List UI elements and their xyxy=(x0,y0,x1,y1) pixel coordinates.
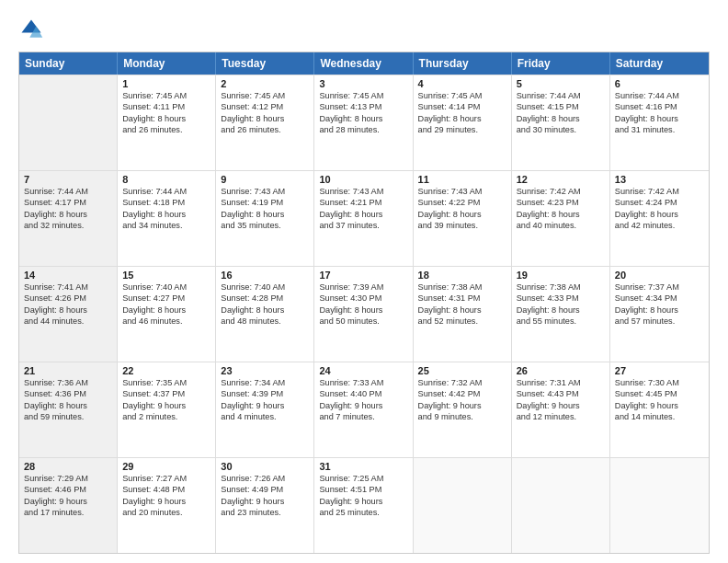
calendar-row-4: 21Sunrise: 7:36 AMSunset: 4:36 PMDayligh… xyxy=(19,362,709,457)
sunrise-text: Sunrise: 7:27 AM xyxy=(122,473,210,484)
calendar-cell: 28Sunrise: 7:29 AMSunset: 4:46 PMDayligh… xyxy=(19,458,118,553)
daylight-text: Daylight: 9 hours xyxy=(122,496,210,507)
day-number: 17 xyxy=(319,270,407,281)
sunrise-text: Sunrise: 7:35 AM xyxy=(122,377,210,388)
daylight-minutes: and 17 minutes. xyxy=(24,507,112,518)
sunset-text: Sunset: 4:14 PM xyxy=(418,101,506,112)
day-header-wednesday: Wednesday xyxy=(314,52,413,75)
sunset-text: Sunset: 4:23 PM xyxy=(517,197,605,208)
logo xyxy=(18,17,48,42)
day-number: 3 xyxy=(319,78,407,89)
logo-icon xyxy=(18,17,44,42)
day-number: 26 xyxy=(517,365,605,376)
day-number: 24 xyxy=(319,365,407,376)
sunset-text: Sunset: 4:43 PM xyxy=(517,388,605,399)
calendar-cell xyxy=(414,458,512,553)
day-number: 30 xyxy=(221,461,309,472)
calendar-cell: 14Sunrise: 7:41 AMSunset: 4:26 PMDayligh… xyxy=(19,267,118,362)
calendar: SundayMondayTuesdayWednesdayThursdayFrid… xyxy=(18,52,710,554)
sunrise-text: Sunrise: 7:38 AM xyxy=(418,282,506,293)
day-number: 19 xyxy=(517,270,605,281)
sunrise-text: Sunrise: 7:40 AM xyxy=(221,282,309,293)
day-number: 10 xyxy=(319,174,407,185)
daylight-minutes: and 25 minutes. xyxy=(319,507,407,518)
day-header-sunday: Sunday xyxy=(19,52,118,75)
calendar-cell: 4Sunrise: 7:45 AMSunset: 4:14 PMDaylight… xyxy=(414,75,512,170)
daylight-text: Daylight: 8 hours xyxy=(615,304,704,316)
sunset-text: Sunset: 4:40 PM xyxy=(319,388,407,399)
sunrise-text: Sunrise: 7:38 AM xyxy=(517,282,605,293)
calendar-cell: 27Sunrise: 7:30 AMSunset: 4:45 PMDayligh… xyxy=(610,362,709,457)
calendar-row-1: 1Sunrise: 7:45 AMSunset: 4:11 PMDaylight… xyxy=(19,75,709,170)
sunset-text: Sunset: 4:49 PM xyxy=(221,484,309,495)
sunset-text: Sunset: 4:48 PM xyxy=(122,484,210,495)
daylight-text: Daylight: 8 hours xyxy=(221,113,309,124)
sunrise-text: Sunrise: 7:26 AM xyxy=(221,473,309,484)
sunset-text: Sunset: 4:46 PM xyxy=(24,484,112,495)
calendar-cell: 30Sunrise: 7:26 AMSunset: 4:49 PMDayligh… xyxy=(216,458,314,553)
day-number: 15 xyxy=(122,270,210,281)
day-number: 2 xyxy=(221,78,309,89)
daylight-text: Daylight: 9 hours xyxy=(122,400,210,411)
calendar-cell: 6Sunrise: 7:44 AMSunset: 4:16 PMDaylight… xyxy=(610,75,709,170)
daylight-text: Daylight: 8 hours xyxy=(319,113,407,124)
daylight-text: Daylight: 9 hours xyxy=(24,496,112,507)
daylight-text: Daylight: 8 hours xyxy=(122,113,210,124)
daylight-text: Daylight: 8 hours xyxy=(418,113,506,124)
daylight-text: Daylight: 8 hours xyxy=(24,304,112,316)
calendar-cell: 12Sunrise: 7:42 AMSunset: 4:23 PMDayligh… xyxy=(512,171,610,266)
sunset-text: Sunset: 4:45 PM xyxy=(615,388,704,399)
daylight-minutes: and 59 minutes. xyxy=(24,411,112,422)
daylight-text: Daylight: 9 hours xyxy=(221,496,309,507)
day-number: 7 xyxy=(24,174,112,185)
sunrise-text: Sunrise: 7:45 AM xyxy=(122,90,210,101)
day-number: 22 xyxy=(122,365,210,376)
daylight-minutes: and 48 minutes. xyxy=(221,316,309,327)
calendar-cell: 2Sunrise: 7:45 AMSunset: 4:12 PMDaylight… xyxy=(216,75,314,170)
day-number: 20 xyxy=(615,270,704,281)
day-number: 8 xyxy=(122,174,210,185)
calendar-cell: 25Sunrise: 7:32 AMSunset: 4:42 PMDayligh… xyxy=(414,362,512,457)
calendar-cell: 11Sunrise: 7:43 AMSunset: 4:22 PMDayligh… xyxy=(414,171,512,266)
daylight-text: Daylight: 9 hours xyxy=(221,400,309,411)
daylight-minutes: and 44 minutes. xyxy=(24,316,112,327)
calendar-cell: 7Sunrise: 7:44 AMSunset: 4:17 PMDaylight… xyxy=(19,171,118,266)
daylight-text: Daylight: 8 hours xyxy=(319,209,407,220)
calendar-cell: 9Sunrise: 7:43 AMSunset: 4:19 PMDaylight… xyxy=(216,171,314,266)
calendar-row-2: 7Sunrise: 7:44 AMSunset: 4:17 PMDaylight… xyxy=(19,170,709,266)
daylight-minutes: and 46 minutes. xyxy=(122,316,210,327)
sunset-text: Sunset: 4:26 PM xyxy=(24,293,112,304)
daylight-text: Daylight: 8 hours xyxy=(615,113,704,124)
day-number: 27 xyxy=(615,365,704,376)
calendar-cell: 20Sunrise: 7:37 AMSunset: 4:34 PMDayligh… xyxy=(610,267,709,362)
sunset-text: Sunset: 4:51 PM xyxy=(319,484,407,495)
day-number: 5 xyxy=(517,78,605,89)
sunset-text: Sunset: 4:34 PM xyxy=(615,293,704,304)
sunrise-text: Sunrise: 7:34 AM xyxy=(221,377,309,388)
day-header-monday: Monday xyxy=(118,52,216,75)
daylight-minutes: and 14 minutes. xyxy=(615,411,704,422)
daylight-minutes: and 50 minutes. xyxy=(319,316,407,327)
day-number: 9 xyxy=(221,174,309,185)
daylight-text: Daylight: 8 hours xyxy=(122,209,210,220)
calendar-cell: 23Sunrise: 7:34 AMSunset: 4:39 PMDayligh… xyxy=(216,362,314,457)
sunset-text: Sunset: 4:12 PM xyxy=(221,101,309,112)
calendar-row-3: 14Sunrise: 7:41 AMSunset: 4:26 PMDayligh… xyxy=(19,266,709,362)
daylight-minutes: and 39 minutes. xyxy=(418,220,506,231)
daylight-text: Daylight: 8 hours xyxy=(517,209,605,220)
day-header-tuesday: Tuesday xyxy=(216,52,314,75)
sunrise-text: Sunrise: 7:25 AM xyxy=(319,473,407,484)
calendar-cell: 5Sunrise: 7:44 AMSunset: 4:15 PMDaylight… xyxy=(512,75,610,170)
day-number: 25 xyxy=(418,365,506,376)
day-number: 14 xyxy=(24,270,112,281)
sunrise-text: Sunrise: 7:45 AM xyxy=(221,90,309,101)
calendar-cell: 17Sunrise: 7:39 AMSunset: 4:30 PMDayligh… xyxy=(314,267,413,362)
sunrise-text: Sunrise: 7:41 AM xyxy=(24,282,112,293)
daylight-minutes: and 57 minutes. xyxy=(615,316,704,327)
daylight-text: Daylight: 9 hours xyxy=(319,400,407,411)
calendar-cell xyxy=(610,458,709,553)
sunrise-text: Sunrise: 7:44 AM xyxy=(615,90,704,101)
sunrise-text: Sunrise: 7:37 AM xyxy=(615,282,704,293)
sunset-text: Sunset: 4:17 PM xyxy=(24,197,112,208)
calendar-cell: 3Sunrise: 7:45 AMSunset: 4:13 PMDaylight… xyxy=(314,75,413,170)
